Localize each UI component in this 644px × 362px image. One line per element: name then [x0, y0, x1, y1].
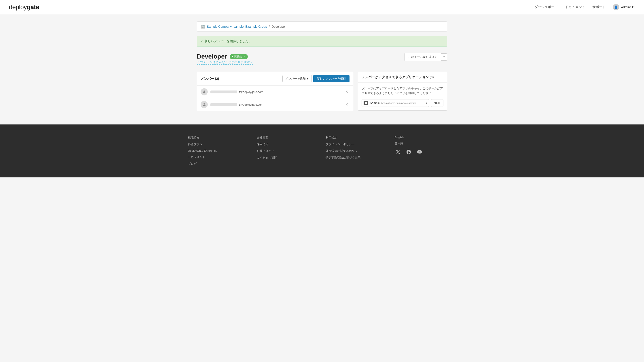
- add-member-button[interactable]: メンバーを追加 ▾: [282, 75, 312, 82]
- svg-point-1: [204, 103, 205, 105]
- twitter-x-icon[interactable]: [394, 148, 402, 156]
- footer-link-japanese[interactable]: 日本語: [394, 142, 456, 146]
- member-info: t@deploygate.com: [210, 90, 341, 94]
- page-title: Developer: [197, 53, 227, 60]
- add-member-label: メンバーを追加: [285, 77, 306, 81]
- member-info: t@deploygate.com: [210, 103, 341, 106]
- success-alert: ✓ 新しいメンバーを招待しました。: [197, 36, 447, 47]
- member-name-placeholder: [210, 90, 237, 93]
- members-panel-header: メンバー (2) メンバーを追加 ▾ 新しいメンバーを招待: [197, 72, 353, 86]
- logo[interactable]: deploygate: [9, 3, 39, 11]
- footer-link-external-transmission[interactable]: 外部送信に関するポリシー: [326, 149, 387, 153]
- add-member-btn-group: メンバーを追加 ▾: [282, 75, 312, 82]
- remove-member-button[interactable]: ✕: [344, 90, 350, 94]
- footer-col-3: 利用規約 プライバシーポリシー 外部送信に関するポリシー 特定商取引法に基づく表…: [326, 136, 387, 168]
- svg-point-0: [204, 90, 205, 92]
- apps-panel: メンバーがアクセスできるアプリケーション (0) グループにアップロードしたアプ…: [358, 72, 447, 111]
- logo-bold: gate: [27, 3, 39, 10]
- member-row: t@deploygate.com ✕: [197, 86, 353, 98]
- app-select-row: Sample Android com.deploygate.sample ▾ 追…: [362, 99, 444, 107]
- app-select-chevron-icon: ▾: [426, 101, 427, 105]
- members-panel-title: メンバー (2): [200, 77, 219, 81]
- breadcrumb-group-prefix: sample: [234, 25, 244, 28]
- add-app-button[interactable]: 追加: [431, 99, 444, 107]
- nav: ダッシュボード ドキュメント サポート 👤 Admin111: [534, 4, 635, 10]
- apps-panel-body: グループにアップロードしたアプリの中から、このチームがアクセスできるようにしたい…: [358, 83, 447, 110]
- footer-link-faq[interactable]: よくあるご質問: [257, 156, 318, 160]
- breadcrumb-separator: /: [269, 25, 270, 28]
- footer-link-terms[interactable]: 利用規約: [326, 136, 387, 140]
- developer-badge: 開発者 ✎: [230, 54, 248, 59]
- footer-grid: 機能紹介 料金プラン DeployGate Enterprise ドキュメント …: [188, 136, 456, 168]
- nav-dashboard[interactable]: ダッシュボード: [534, 5, 558, 9]
- footer-link-contact[interactable]: お問い合わせ: [257, 149, 318, 153]
- footer-link-english[interactable]: English: [394, 136, 456, 139]
- footer-link-features[interactable]: 機能紹介: [188, 136, 250, 140]
- app-name: Sample: [370, 101, 380, 105]
- breadcrumb-icon: 🏢: [200, 24, 205, 28]
- user-name: Admin111: [621, 5, 635, 9]
- member-email: t@deploygate.com: [239, 90, 264, 94]
- footer: 機能紹介 料金プラン DeployGate Enterprise ドキュメント …: [0, 124, 644, 177]
- main-content: 🏢 Sample Company sample Example Group / …: [192, 14, 452, 124]
- apps-panel-description: グループにアップロードしたアプリの中から、このチームがアクセスできるようにしたい…: [362, 86, 444, 96]
- nav-docs[interactable]: ドキュメント: [565, 5, 585, 9]
- facebook-icon[interactable]: [405, 148, 412, 156]
- footer-link-privacy[interactable]: プライバシーポリシー: [326, 142, 387, 146]
- members-panel: メンバー (2) メンバーを追加 ▾ 新しいメンバーを招待: [197, 72, 353, 111]
- leave-dropdown-button[interactable]: ▾: [441, 53, 447, 60]
- breadcrumb: 🏢 Sample Company sample Example Group / …: [197, 21, 447, 31]
- header: deploygate ダッシュボード ドキュメント サポート 👤 Admin11…: [0, 0, 644, 14]
- footer-link-transaction-law[interactable]: 特定商取引法に基づく表示: [326, 156, 387, 160]
- apps-panel-title: メンバーがアクセスできるアプリケーション (0): [362, 75, 434, 79]
- app-selector[interactable]: Sample Android com.deploygate.sample ▾: [362, 99, 429, 107]
- member-row: t@deploygate.com ✕: [197, 98, 353, 111]
- footer-link-enterprise[interactable]: DeployGate Enterprise: [188, 149, 250, 152]
- breadcrumb-current: Developer: [272, 25, 286, 28]
- member-avatar: [200, 88, 208, 95]
- team-capability-link[interactable]: このチームはどんなことが出来ますか？: [197, 60, 253, 64]
- nav-support[interactable]: サポート: [592, 5, 606, 9]
- breadcrumb-group[interactable]: sample Example Group: [234, 25, 267, 28]
- social-icons: [394, 148, 456, 156]
- user-menu[interactable]: 👤 Admin111: [613, 4, 635, 10]
- title-area: Developer 開発者 ✎ このチームはどんなことが出来ますか？: [197, 53, 253, 70]
- invite-member-button[interactable]: 新しいメンバーを招待: [313, 75, 350, 82]
- footer-link-blog[interactable]: ブログ: [188, 162, 250, 166]
- footer-link-careers[interactable]: 採用情報: [257, 142, 318, 146]
- member-email: t@deploygate.com: [239, 103, 264, 106]
- footer-col-1: 機能紹介 料金プラン DeployGate Enterprise ドキュメント …: [188, 136, 250, 168]
- user-avatar-icon: 👤: [613, 4, 619, 10]
- footer-col-2: 会社概要 採用情報 お問い合わせ よくあるご質問: [257, 136, 318, 168]
- app-icon: [364, 101, 368, 105]
- edit-badge-icon[interactable]: ✎: [244, 55, 246, 58]
- footer-link-pricing[interactable]: 料金プラン: [188, 142, 250, 146]
- logo-light: deploy: [9, 3, 27, 10]
- breadcrumb-group-name: Example Group: [245, 25, 267, 28]
- footer-link-docs[interactable]: ドキュメント: [188, 155, 250, 159]
- badge-label: 開発者: [234, 55, 242, 58]
- member-name-placeholder: [210, 103, 237, 106]
- member-avatar: [200, 101, 208, 108]
- remove-member-button[interactable]: ✕: [344, 102, 350, 107]
- title-row: Developer 開発者 ✎: [197, 53, 253, 60]
- members-panel-actions: メンバーを追加 ▾ 新しいメンバーを招待: [282, 75, 350, 82]
- alert-message: ✓ 新しいメンバーを招待しました。: [201, 39, 252, 43]
- svg-rect-2: [365, 102, 367, 104]
- youtube-icon[interactable]: [416, 148, 423, 156]
- app-package: com.deploygate.sample: [390, 102, 416, 104]
- breadcrumb-company[interactable]: Sample Company: [207, 25, 232, 28]
- apps-panel-header: メンバーがアクセスできるアプリケーション (0): [358, 72, 447, 83]
- app-platform: Android: [381, 102, 390, 104]
- add-member-chevron: ▾: [307, 77, 308, 80]
- page-header: Developer 開発者 ✎ このチームはどんなことが出来ますか？ このチーム…: [197, 53, 447, 70]
- badge-dot: [232, 56, 233, 57]
- leave-team-button[interactable]: このチームから抜ける: [404, 53, 441, 61]
- footer-link-company[interactable]: 会社概要: [257, 136, 318, 140]
- content-row: メンバー (2) メンバーを追加 ▾ 新しいメンバーを招待: [197, 72, 447, 111]
- footer-col-4: English 日本語: [394, 136, 456, 168]
- leave-button-group: このチームから抜ける ▾: [404, 53, 447, 61]
